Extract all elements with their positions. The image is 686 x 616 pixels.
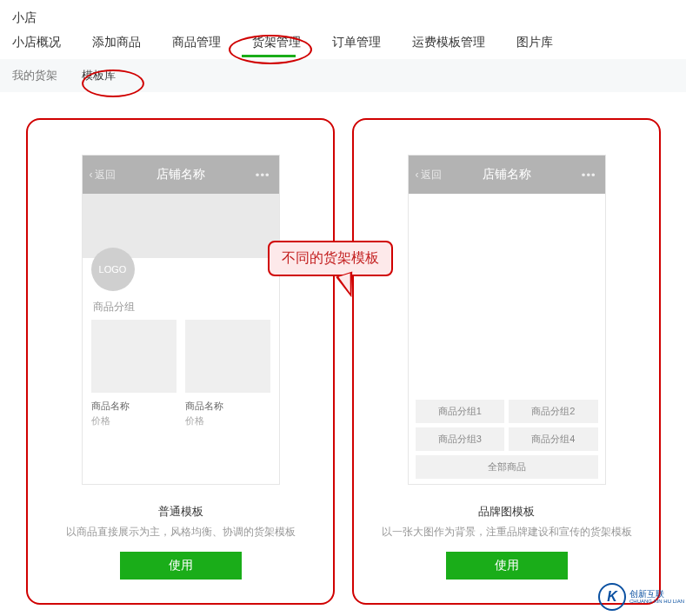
tab-shipping-template[interactable]: 运费模板管理 xyxy=(412,35,485,50)
product-row xyxy=(83,320,279,393)
phone-body: LOGO 商品分组 商品名称 价格 商品名称 价格 xyxy=(83,194,279,484)
phone-preview-brand: ‹ 返回 店铺名称 ••• 商品分组1 商品分组2 商品分组3 商品分组4 全部… xyxy=(408,155,606,485)
page-title: 小店 xyxy=(0,0,686,35)
logo-placeholder: LOGO xyxy=(91,248,135,291)
brand-category-button: 商品分组4 xyxy=(509,427,598,451)
tab-overview[interactable]: 小店概况 xyxy=(12,35,61,50)
template-title: 品牌图模板 xyxy=(478,504,535,520)
tab-order-mgmt[interactable]: 订单管理 xyxy=(332,35,381,50)
templates-row: ‹ 返回 店铺名称 ••• LOGO 商品分组 商品名称 价格 xyxy=(0,92,686,605)
use-template-button[interactable]: 使用 xyxy=(446,552,568,580)
phone-back-label: 返回 xyxy=(421,168,442,182)
template-desc: 以商品直接展示为主，风格均衡、协调的货架模板 xyxy=(66,525,296,540)
use-template-button[interactable]: 使用 xyxy=(120,552,242,580)
annotation-callout: 不同的货架模板 xyxy=(268,241,393,276)
product-label-col: 商品名称 价格 xyxy=(91,400,176,427)
product-name: 商品名称 xyxy=(91,400,176,413)
phone-back-button: ‹ 返回 xyxy=(90,168,116,182)
brand-category-button: 商品分组3 xyxy=(416,427,505,451)
product-labels: 商品名称 价格 商品名称 价格 xyxy=(83,393,279,427)
template-desc: 以一张大图作为背景，注重品牌建设和宣传的货架模板 xyxy=(382,525,632,540)
phone-title: 店铺名称 xyxy=(157,167,205,182)
tab-shelf-mgmt[interactable]: 货架管理 xyxy=(252,35,301,50)
chevron-left-icon: ‹ xyxy=(416,169,419,181)
product-image-placeholder xyxy=(185,320,270,393)
chevron-left-icon: ‹ xyxy=(90,169,93,181)
subtab-my-shelves[interactable]: 我的货架 xyxy=(12,68,57,83)
brand-all-products-button: 全部商品 xyxy=(416,455,598,479)
product-price: 价格 xyxy=(91,414,176,427)
product-image-placeholder xyxy=(91,320,176,393)
phone-header: ‹ 返回 店铺名称 ••• xyxy=(83,156,279,194)
template-card-standard: ‹ 返回 店铺名称 ••• LOGO 商品分组 商品名称 价格 xyxy=(26,118,335,605)
phone-body: 商品分组1 商品分组2 商品分组3 商品分组4 全部商品 xyxy=(409,194,605,484)
subtab-template-library[interactable]: 模板库 xyxy=(82,68,116,83)
phone-back-button: ‹ 返回 xyxy=(416,168,442,182)
main-tabs: 小店概况 添加商品 商品管理 货架管理 订单管理 运费模板管理 图片库 xyxy=(0,35,686,59)
brand-category-button: 商品分组1 xyxy=(416,400,505,423)
product-group-label: 商品分组 xyxy=(83,291,279,320)
more-icon: ••• xyxy=(582,169,596,182)
phone-title: 店铺名称 xyxy=(483,167,531,182)
tab-add-product[interactable]: 添加商品 xyxy=(92,35,141,50)
more-icon: ••• xyxy=(256,169,270,182)
active-tab-underline xyxy=(242,55,296,57)
product-label-col: 商品名称 价格 xyxy=(185,400,270,427)
template-title: 普通模板 xyxy=(158,504,203,520)
product-name: 商品名称 xyxy=(185,400,270,413)
brand-category-button: 商品分组2 xyxy=(509,400,598,423)
phone-preview-standard: ‹ 返回 店铺名称 ••• LOGO 商品分组 商品名称 价格 xyxy=(82,155,280,485)
sub-tabs: 我的货架 模板库 xyxy=(0,59,686,92)
template-card-brand: ‹ 返回 店铺名称 ••• 商品分组1 商品分组2 商品分组3 商品分组4 全部… xyxy=(352,118,661,605)
tab-product-mgmt[interactable]: 商品管理 xyxy=(172,35,221,50)
phone-header: ‹ 返回 店铺名称 ••• xyxy=(409,156,605,194)
product-price: 价格 xyxy=(185,414,270,427)
phone-back-label: 返回 xyxy=(95,168,116,182)
brand-category-grid: 商品分组1 商品分组2 商品分组3 商品分组4 全部商品 xyxy=(416,400,598,479)
tab-image-library[interactable]: 图片库 xyxy=(516,35,553,50)
